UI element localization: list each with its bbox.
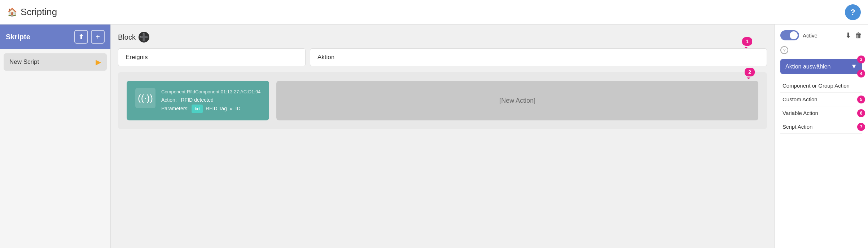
tooltip-1: 1 <box>742 37 752 46</box>
block-add-icon[interactable]: ➕ <box>139 32 149 43</box>
menu-item-label: Custom Action <box>782 96 817 102</box>
right-panel: Active ⬇ 🗑 ? Aktion auswählen ▼ 3 4 Comp… <box>774 25 868 248</box>
rfid-action-value: RFID detected <box>181 97 213 103</box>
app-title: Scripting <box>21 6 57 18</box>
menu-item-variable-action[interactable]: Variable Action 6 <box>780 106 862 120</box>
toggle-knob <box>790 31 798 39</box>
sidebar-item-new-script[interactable]: New Script ▶ <box>4 53 107 71</box>
script-name: New Script <box>9 58 39 66</box>
panel-icons: ⬇ 🗑 <box>845 31 862 40</box>
menu-item-custom-action[interactable]: Custom Action 5 <box>780 93 862 106</box>
badge-5: 5 <box>857 96 865 103</box>
ereignis-label: Ereignis <box>126 54 148 61</box>
add-script-button[interactable]: + <box>91 30 105 44</box>
panel-help-row: ? <box>780 46 862 54</box>
rfid-card[interactable]: ((·)) Component:RfidComponent:01:13:27:A… <box>127 81 269 120</box>
ereignis-box[interactable]: Ereignis <box>118 48 306 66</box>
block-label: Block <box>118 33 136 41</box>
rfid-details: Component:RfidComponent:01:13:27:AC:D1:9… <box>161 88 260 113</box>
rfid-id: ID <box>236 105 241 113</box>
aktion-box[interactable]: Aktion 1 <box>310 48 767 66</box>
menu-item-component-group[interactable]: Component or Group Action <box>780 79 862 93</box>
content-area: Block ➕ Ereignis Aktion 1 ((·)) Componen… <box>111 25 774 248</box>
help-icon[interactable]: ? <box>845 4 861 20</box>
event-action-row: Ereignis Aktion 1 <box>118 48 767 66</box>
sidebar: Skripte ⬆ + New Script ▶ <box>0 25 111 248</box>
sidebar-scroll: New Script ▶ <box>0 49 110 248</box>
badge-6: 6 <box>857 109 865 117</box>
active-label: Active <box>803 32 817 39</box>
panel-top-row: Active ⬇ 🗑 <box>780 30 862 40</box>
block-header: Block ➕ <box>118 32 767 43</box>
rfid-action-row: Action: RFID detected <box>161 96 260 105</box>
sidebar-header: Skripte ⬆ + <box>0 25 110 49</box>
tooltip-2: 2 <box>745 68 755 76</box>
play-icon: ▶ <box>96 58 101 66</box>
rfid-signal-icon: ((·)) <box>138 93 153 104</box>
sidebar-title: Skripte <box>6 33 30 41</box>
dropdown-arrow-icon: ▼ <box>851 63 857 70</box>
home-icon[interactable]: 🏠 <box>7 8 17 17</box>
aktion-dropdown[interactable]: Aktion auswählen ▼ 3 4 <box>780 59 862 74</box>
rfid-tag-badge: txt <box>192 105 203 113</box>
upload-button[interactable]: ⬆ <box>74 30 88 44</box>
aktion-label: Aktion <box>317 54 334 61</box>
topbar-left: 🏠 Scripting <box>7 6 57 18</box>
download-button[interactable]: ⬇ <box>845 31 851 40</box>
block-content: ((·)) Component:RfidComponent:01:13:27:A… <box>118 72 767 129</box>
main-layout: Skripte ⬆ + New Script ▶ Block ➕ Ereigni… <box>0 25 868 248</box>
menu-item-label: Variable Action <box>782 110 818 116</box>
topbar: 🏠 Scripting ? <box>0 0 868 25</box>
menu-item-label: Script Action <box>782 124 812 130</box>
menu-list: Component or Group Action Custom Action … <box>780 79 862 134</box>
rfid-param-row: Parameters: txt RFID Tag » ID <box>161 105 260 113</box>
active-toggle[interactable] <box>780 30 799 40</box>
menu-item-script-action[interactable]: Script Action 7 <box>780 120 862 134</box>
toggle-container: Active <box>780 30 817 40</box>
new-action-box[interactable]: [New Action] 2 <box>276 81 758 120</box>
delete-button[interactable]: 🗑 <box>855 31 862 40</box>
rfid-component: Component:RfidComponent:01:13:27:AC:D1:9… <box>161 88 260 96</box>
rfid-action-label: Action: <box>161 97 177 103</box>
aktion-select-label: Aktion auswählen <box>785 63 830 70</box>
rfid-params-label: Parameters: <box>161 105 189 113</box>
panel-help-circle-icon[interactable]: ? <box>780 46 788 54</box>
rfid-arrow: » <box>230 105 233 113</box>
badge-7: 7 <box>857 123 865 131</box>
rfid-icon-box: ((·)) <box>135 88 155 108</box>
rfid-tag-text: RFID Tag <box>206 105 227 113</box>
sidebar-actions: ⬆ + <box>74 30 105 44</box>
badge-3: 3 <box>857 56 865 63</box>
menu-item-label: Component or Group Action <box>782 83 850 89</box>
badge-4: 4 <box>857 70 865 78</box>
new-action-label: [New Action] <box>499 97 535 105</box>
